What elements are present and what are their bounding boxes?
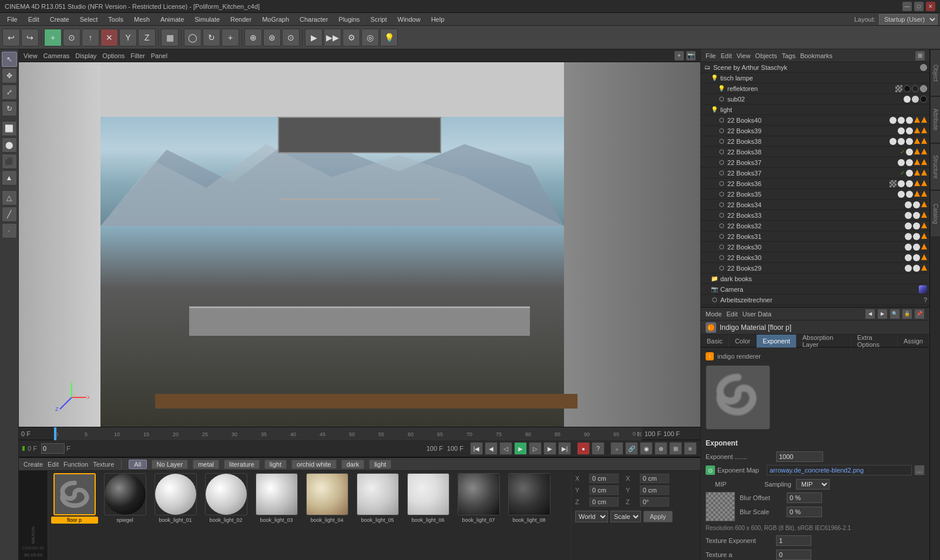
tab-attribute-browser[interactable]: Attribute <box>930 96 940 143</box>
exponent-input[interactable] <box>776 451 823 462</box>
menu-script[interactable]: Script <box>365 15 391 24</box>
mat-tag-literature[interactable]: literature <box>224 460 260 469</box>
next-key-button[interactable]: ▷ <box>529 442 542 455</box>
prev-key-button[interactable]: ◁ <box>499 442 512 455</box>
apply-button[interactable]: Apply <box>643 511 673 522</box>
maximize-button[interactable]: □ <box>914 2 924 11</box>
z-input[interactable] <box>589 497 619 507</box>
menu-simulate[interactable]: Simulate <box>190 15 224 24</box>
cube-tool[interactable]: ⬜ <box>2 121 17 136</box>
obj-row-darkbooks[interactable]: 📁 dark books <box>701 274 929 284</box>
mat-tag-light[interactable]: light <box>264 460 287 469</box>
mat-item-book2[interactable]: book_light_02 <box>201 472 251 525</box>
tex-exp-input[interactable] <box>776 535 811 546</box>
sampling-select[interactable]: MIP None SAT <box>796 479 830 490</box>
obj-row-books38b[interactable]: ⬡ 22 Books38 ✓ <box>701 147 929 157</box>
x-input[interactable] <box>589 474 619 483</box>
tool1[interactable]: ◯ <box>184 29 202 46</box>
mat-item-book3[interactable]: book_light_03 <box>251 472 301 525</box>
menu-help[interactable]: Help <box>427 15 449 24</box>
tab-structure[interactable]: Structure <box>930 143 940 190</box>
menu-mograph[interactable]: MoGraph <box>257 15 294 24</box>
redo-button[interactable]: ↪ <box>21 29 39 46</box>
snap2[interactable]: ⊛ <box>263 29 281 46</box>
attr-mode[interactable]: Mode <box>706 311 722 318</box>
blur-scale-input[interactable] <box>787 507 822 517</box>
key-button[interactable]: ⬦ <box>610 442 623 455</box>
prev-frame-button[interactable]: ◀ <box>485 442 498 455</box>
vp-menu-view[interactable]: View <box>24 52 38 59</box>
mat-item-book4[interactable]: book_light_04 <box>302 472 352 525</box>
obj-row-reflektor[interactable]: 💡 reflektoren <box>701 83 929 94</box>
menu-plugins[interactable]: Plugins <box>334 15 364 24</box>
vp-menu-options[interactable]: Options <box>102 52 125 59</box>
obj-menu-file[interactable]: File <box>706 52 716 59</box>
menu-tools[interactable]: Tools <box>103 15 128 24</box>
scale-button[interactable]: Z <box>138 29 156 46</box>
vp-icon-camera[interactable]: 📷 <box>686 51 696 60</box>
y2-input[interactable] <box>640 485 669 495</box>
matbar-function[interactable]: Function <box>63 461 88 468</box>
vp-menu-filter[interactable]: Filter <box>130 52 145 59</box>
select-mode[interactable]: ↖ <box>2 52 17 67</box>
obj-row-books35[interactable]: ⬡ 22 Books35 <box>701 189 929 200</box>
motion-button[interactable]: ◉ <box>640 442 653 455</box>
obj-row-camera[interactable]: 📷 Camera <box>701 284 929 295</box>
matbar-texture[interactable]: Texture <box>93 461 114 468</box>
render-opt[interactable]: ⚙ <box>343 29 360 46</box>
menu-mesh[interactable]: Mesh <box>129 15 155 24</box>
y-input[interactable] <box>589 485 619 495</box>
obj-row-scene2[interactable]: 📁 Scene <box>701 305 929 307</box>
tool2[interactable]: ↻ <box>203 29 220 46</box>
obj-menu-edit[interactable]: Edit <box>721 52 732 59</box>
menu-create[interactable]: Create <box>45 15 74 24</box>
tab-object-browser[interactable]: Object <box>930 49 940 96</box>
attr-back-icon[interactable]: ◀ <box>865 309 875 319</box>
edge-mode[interactable]: ╱ <box>2 207 17 222</box>
light-button[interactable]: 💡 <box>380 29 398 46</box>
obj-row-books37a[interactable]: ⬡ 22 Books37 <box>701 157 929 168</box>
menu-window[interactable]: Window <box>393 15 425 24</box>
mat-item-book1[interactable]: book_light_01 <box>150 472 200 525</box>
play-button[interactable]: ▶ <box>514 442 527 455</box>
obj-menu-view[interactable]: View <box>737 52 751 59</box>
obj-row-books37b[interactable]: ⬡ 22 Books37 ✓ <box>701 168 929 178</box>
tab-basic[interactable]: Basic <box>701 335 729 348</box>
vr-button[interactable]: ◎ <box>361 29 379 46</box>
goto-start-button[interactable]: |◀ <box>470 442 483 455</box>
record-button[interactable]: ● <box>577 442 590 455</box>
obj-menu-tags[interactable]: Tags <box>782 52 795 59</box>
timeline-ruler[interactable]: 0 5 10 15 20 25 30 35 40 45 50 55 60 65 … <box>54 427 642 440</box>
world-select[interactable]: World Object <box>575 511 608 522</box>
vp-icon-expand[interactable]: + <box>674 51 684 60</box>
cylinder-tool[interactable]: ⬛ <box>2 154 17 169</box>
tool3[interactable]: + <box>221 29 239 46</box>
open-button[interactable]: ⊙ <box>63 29 80 46</box>
render-view[interactable]: ▶ <box>305 29 323 46</box>
obj-row-books29[interactable]: ⬡ 22 Books29 <box>701 263 929 274</box>
menu-character[interactable]: Character <box>295 15 333 24</box>
goto-end-button[interactable]: ▶| <box>558 442 571 455</box>
obj-row-books33[interactable]: ⬡ 22 Books33 <box>701 210 929 221</box>
attr-fwd-icon[interactable]: ▶ <box>877 309 888 319</box>
layout-select[interactable]: Startup (User) <box>879 14 938 25</box>
path-button[interactable]: ⊕ <box>654 442 667 455</box>
attr-pin-icon[interactable]: 📌 <box>914 309 925 319</box>
blur-offset-input[interactable] <box>787 492 822 503</box>
matbar-edit[interactable]: Edit <box>48 461 59 468</box>
mat-tag-all[interactable]: All <box>129 460 146 469</box>
help-button[interactable]: ? <box>592 442 605 455</box>
tab-extra[interactable]: Extra Options <box>851 335 898 348</box>
scale-mode[interactable]: ⤢ <box>2 85 17 100</box>
menu-render[interactable]: Render <box>226 15 256 24</box>
sphere-tool[interactable]: ⬤ <box>2 137 17 153</box>
obj-row-sub02[interactable]: ⬡ sub02 <box>701 94 929 104</box>
mat-item-spiegel[interactable]: spiegel <box>100 472 150 525</box>
mat-item-floor-p[interactable]: floor p <box>49 472 99 525</box>
tab-catalog[interactable]: Catalog <box>930 190 940 237</box>
more-button[interactable]: ≡ <box>684 442 697 455</box>
move-button[interactable]: Y <box>119 29 137 46</box>
undo-button[interactable]: ↩ <box>2 29 20 46</box>
rotate-mode[interactable]: ↻ <box>2 101 17 116</box>
obj-row-scene[interactable]: 🗂 Scene by Arthur Staschyk <box>701 62 929 73</box>
